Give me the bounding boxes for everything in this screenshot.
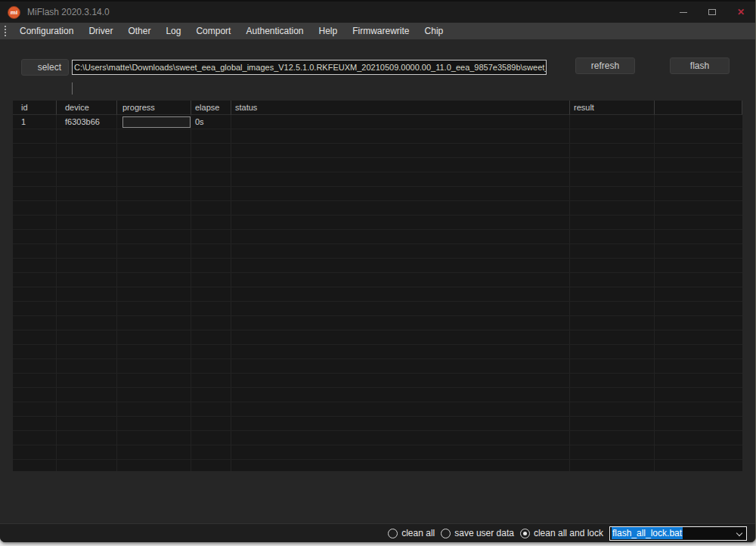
- menu-item-comport[interactable]: Comport: [188, 23, 238, 39]
- table-row: [13, 287, 742, 302]
- empty-cell: [13, 287, 57, 302]
- maximize-button[interactable]: [698, 2, 727, 23]
- table-row: [13, 230, 742, 244]
- table-row: [13, 216, 742, 230]
- empty-cell: [570, 259, 655, 273]
- empty-cell: [655, 244, 742, 259]
- empty-cell: [655, 374, 742, 388]
- empty-cell: [57, 273, 117, 287]
- radio-icon[interactable]: [441, 529, 451, 538]
- empty-cell: [13, 230, 57, 244]
- column-header-extra[interactable]: [655, 101, 742, 115]
- empty-cell: [570, 388, 655, 402]
- empty-cell: [13, 129, 57, 144]
- text-cursor: [72, 82, 73, 95]
- menu-item-authentication[interactable]: Authentication: [238, 23, 311, 39]
- empty-cell: [117, 230, 191, 244]
- column-header-id[interactable]: id: [13, 101, 57, 115]
- empty-cell: [57, 302, 117, 316]
- empty-cell: [655, 445, 742, 460]
- empty-cell: [13, 359, 57, 374]
- empty-cell: [117, 201, 191, 216]
- empty-cell: [191, 187, 231, 201]
- empty-cell: [57, 374, 117, 388]
- empty-cell: [231, 187, 570, 201]
- radio-icon[interactable]: [388, 529, 398, 538]
- empty-cell: [231, 129, 570, 144]
- column-header-device[interactable]: device: [57, 101, 117, 115]
- empty-cell: [231, 359, 570, 374]
- empty-cell: [117, 187, 191, 201]
- empty-cell: [57, 172, 117, 187]
- column-header-status[interactable]: status: [231, 101, 570, 115]
- radio-selected-icon[interactable]: [520, 529, 530, 538]
- empty-cell: [570, 431, 655, 445]
- minimize-button[interactable]: [669, 2, 698, 23]
- column-header-progress[interactable]: progress: [117, 101, 191, 115]
- select-button[interactable]: select: [21, 59, 69, 76]
- table-row: [13, 388, 742, 402]
- menu-item-chip[interactable]: Chip: [417, 23, 451, 39]
- radio-label: clean all: [401, 528, 435, 538]
- empty-cell: [117, 431, 191, 445]
- close-button[interactable]: ✕: [727, 2, 755, 23]
- table-row: [13, 158, 742, 172]
- menu-item-firmwarewrite[interactable]: Firmwarewrite: [345, 23, 417, 39]
- empty-cell: [57, 201, 117, 216]
- empty-cell: [191, 330, 231, 345]
- empty-cell: [655, 172, 742, 187]
- table-row: [13, 172, 742, 187]
- script-dropdown[interactable]: flash_all_lock.bat: [609, 526, 747, 541]
- empty-cell: [191, 316, 231, 330]
- table-body: 1f6303b660s: [13, 115, 742, 471]
- empty-cell: [570, 460, 655, 471]
- empty-cell: [117, 359, 191, 374]
- empty-cell: [231, 230, 570, 244]
- title-bar[interactable]: mi MiFlash 2020.3.14.0 ✕: [0, 0, 755, 23]
- column-header-result[interactable]: result: [570, 101, 655, 115]
- empty-cell: [117, 302, 191, 316]
- empty-cell: [57, 330, 117, 345]
- menu-item-other[interactable]: Other: [120, 23, 158, 39]
- menu-item-log[interactable]: Log: [158, 23, 188, 39]
- table-row: [13, 302, 742, 316]
- table-row: [13, 417, 742, 431]
- radio-option-clean-all[interactable]: clean all: [388, 528, 435, 538]
- flash-mode-radio-group: clean allsave user dataclean all and loc…: [388, 528, 609, 538]
- empty-cell: [13, 144, 57, 158]
- table-row: [13, 201, 742, 216]
- table-row[interactable]: 1f6303b660s: [13, 115, 742, 129]
- cell-progress: [117, 115, 191, 129]
- table-row: [13, 431, 742, 445]
- empty-cell: [570, 273, 655, 287]
- empty-cell: [13, 201, 57, 216]
- column-header-elapse[interactable]: elapse: [191, 101, 231, 115]
- empty-cell: [570, 158, 655, 172]
- empty-cell: [655, 273, 742, 287]
- empty-cell: [231, 158, 570, 172]
- refresh-button[interactable]: refresh: [575, 57, 635, 74]
- menu-item-driver[interactable]: Driver: [81, 23, 120, 39]
- menu-grip-handle[interactable]: [5, 26, 6, 37]
- menu-bar: ConfigurationDriverOtherLogComportAuthen…: [0, 23, 755, 39]
- radio-option-save-user-data[interactable]: save user data: [441, 528, 514, 538]
- empty-cell: [191, 129, 231, 144]
- radio-option-clean-all-and-lock[interactable]: clean all and lock: [520, 528, 603, 538]
- empty-cell: [57, 259, 117, 273]
- table-row: [13, 330, 742, 345]
- table-row: [13, 445, 742, 460]
- empty-cell: [655, 144, 742, 158]
- flash-button[interactable]: flash: [670, 57, 730, 74]
- table-row: [13, 187, 742, 201]
- empty-cell: [191, 230, 231, 244]
- empty-cell: [570, 230, 655, 244]
- empty-cell: [117, 316, 191, 330]
- menu-item-configuration[interactable]: Configuration: [12, 23, 81, 39]
- firmware-path-input[interactable]: C:\Users\matte\Downloads\sweet_eea_globa…: [72, 60, 547, 75]
- empty-cell: [57, 216, 117, 230]
- empty-cell: [231, 201, 570, 216]
- menu-item-help[interactable]: Help: [311, 23, 345, 39]
- empty-cell: [570, 172, 655, 187]
- empty-cell: [117, 388, 191, 402]
- table-row: [13, 402, 742, 417]
